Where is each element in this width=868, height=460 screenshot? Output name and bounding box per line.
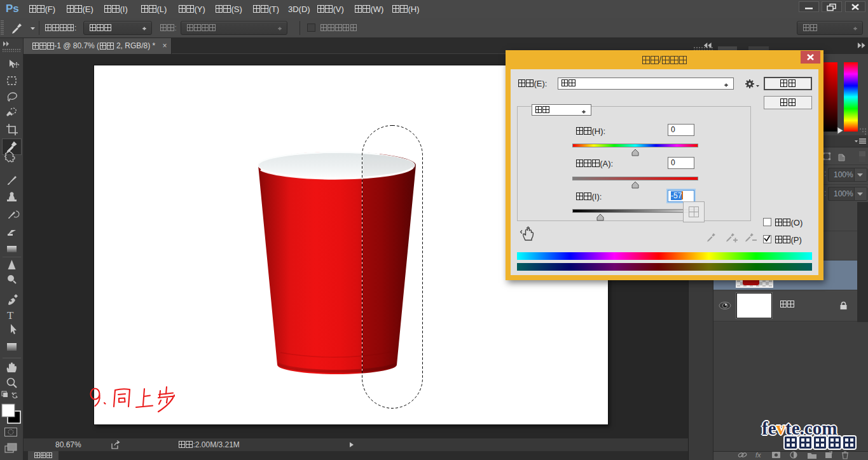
svg-text:T: T — [7, 309, 14, 321]
svg-text:fx: fx — [755, 451, 761, 459]
